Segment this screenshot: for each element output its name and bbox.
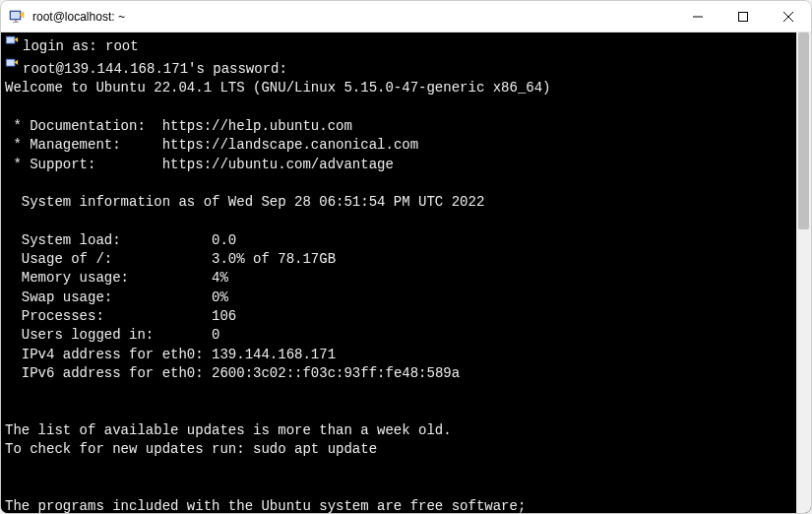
minimize-button[interactable]: [675, 1, 720, 32]
ipv4-label: IPv4 address for eth0:: [5, 347, 204, 362]
mem-val: 4%: [212, 270, 228, 286]
users-val: 0: [212, 327, 219, 343]
titlebar[interactable]: root@localhost: ~: [1, 1, 811, 32]
usage-val: 3.0% of 78.17GB: [212, 251, 336, 267]
users-label: Users logged in:: [5, 327, 154, 343]
sysinfo-header: System information as of Wed Sep 28 06:5…: [5, 194, 484, 210]
putty-icon: [9, 9, 25, 25]
welcome-line: Welcome to Ubuntu 22.04.1 LTS (GNU/Linux…: [5, 80, 551, 96]
usage-label: Usage of /:: [5, 251, 112, 267]
svg-rect-2: [15, 20, 17, 22]
mgmt-url: https://landscape.canonical.com: [162, 137, 418, 153]
load-label: System load:: [5, 232, 121, 248]
password-prompt: root@139.144.168.171's password:: [23, 61, 287, 77]
swap-val: 0%: [212, 289, 228, 305]
putty-prompt-icon: [5, 34, 19, 54]
putty-window: root@localhost: ~ login as: root root@13…: [0, 0, 812, 514]
proc-val: 106: [212, 308, 236, 324]
ipv4-val: 139.144.168.171: [212, 347, 336, 362]
ipv6-label: IPv6 address for eth0:: [5, 365, 204, 381]
mem-label: Memory usage:: [5, 270, 129, 286]
supp-url: https://ubuntu.com/advantage: [162, 157, 394, 172]
svg-rect-1: [11, 12, 20, 19]
footer-line: The programs included with the Ubuntu sy…: [5, 498, 526, 513]
supp-label: * Support:: [5, 157, 95, 172]
mgmt-label: * Management:: [5, 137, 121, 153]
svg-rect-9: [7, 37, 15, 43]
vertical-scrollbar[interactable]: [796, 32, 811, 513]
window-controls: [675, 1, 811, 32]
maximize-button[interactable]: [720, 1, 766, 32]
ipv6-val: 2600:3c02::f03c:93ff:fe48:589a: [212, 365, 460, 381]
close-button[interactable]: [766, 1, 811, 32]
swap-label: Swap usage:: [5, 289, 112, 305]
scrollbar-thumb[interactable]: [798, 32, 809, 229]
svg-rect-5: [739, 12, 748, 21]
svg-rect-3: [13, 22, 19, 23]
updates-line1: The list of available updates is more th…: [5, 422, 452, 438]
login-prompt: login as:: [23, 38, 97, 54]
doc-url: https://help.ubuntu.com: [162, 118, 352, 134]
putty-prompt-icon: [5, 57, 19, 77]
updates-line2: To check for new updates run: sudo apt u…: [5, 441, 377, 457]
window-title: root@localhost: ~: [32, 10, 675, 24]
terminal[interactable]: login as: root root@139.144.168.171's pa…: [1, 32, 796, 513]
terminal-container: login as: root root@139.144.168.171's pa…: [1, 32, 811, 513]
svg-rect-11: [7, 59, 15, 65]
login-user: root: [105, 38, 139, 54]
proc-label: Processes:: [5, 308, 104, 324]
load-val: 0.0: [212, 232, 236, 248]
doc-label: * Documentation:: [5, 118, 146, 134]
